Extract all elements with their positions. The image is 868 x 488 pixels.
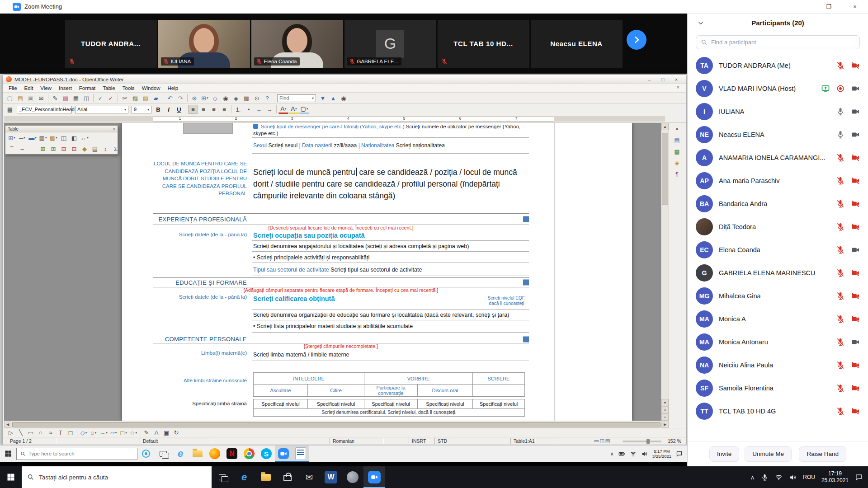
insert-mode-indicator[interactable]: INSRT xyxy=(409,438,429,444)
zoom-icon[interactable]: ⊙ xyxy=(252,94,262,103)
notification-icon[interactable] xyxy=(676,450,683,457)
paragraph-style-combo[interactable]: _ECV_PersonalInfoHead xyxy=(17,106,72,113)
numbered-list-button[interactable]: 1. xyxy=(233,105,243,114)
styles-icon[interactable]: ¶ xyxy=(675,171,679,178)
mic-icon[interactable] xyxy=(836,338,845,347)
camera-icon[interactable] xyxy=(851,153,860,162)
toolbar-icon[interactable] xyxy=(184,105,188,114)
camera-icon[interactable] xyxy=(851,199,860,208)
table-toolbar-palette[interactable]: Table × ⊞ ─ ▬ ▦ xyxy=(5,125,118,155)
task-view-button[interactable] xyxy=(155,446,172,462)
menu-view[interactable]: View xyxy=(37,84,55,92)
nationality-label[interactable]: Naționalitatea xyxy=(361,142,394,149)
menu-table[interactable]: Table xyxy=(99,84,119,92)
zoom-slider-thumb[interactable] xyxy=(646,439,650,444)
instruction-note[interactable]: [Adăugați câmpuri separate pentru fiecar… xyxy=(153,287,529,294)
document-close-button[interactable]: × xyxy=(672,84,684,90)
sector-label[interactable]: Tipul sau sectorul de activitate xyxy=(253,267,329,273)
toolbar-icon[interactable] xyxy=(161,94,165,103)
insert-row-icon[interactable]: ⊞ xyxy=(38,144,48,153)
zoom-app-icon[interactable] xyxy=(363,466,385,488)
cortana-button[interactable] xyxy=(137,446,155,462)
chrome-icon[interactable] xyxy=(241,446,258,462)
open-icon[interactable]: ▤ xyxy=(15,94,25,103)
spellcheck-icon[interactable]: ✓ xyxy=(95,94,105,103)
find-next-icon[interactable]: ▼ xyxy=(318,94,328,103)
camera-icon[interactable] xyxy=(851,268,860,277)
menu-file[interactable]: File xyxy=(5,84,21,92)
sidebar-toggle-icon[interactable]: ▪ xyxy=(676,126,678,132)
messenger-label[interactable]: Scrieți tipul de messenger pe care-l fol… xyxy=(261,124,404,129)
birthdate-value[interactable]: zz/ll/aaaa xyxy=(334,142,357,149)
clock[interactable]: 5:17 PM 3/25/2021 xyxy=(652,449,671,459)
merge-cells-icon[interactable]: ◫ xyxy=(59,133,69,142)
mic-icon[interactable] xyxy=(836,407,845,416)
auto-spellcheck-icon[interactable]: ✓ xyxy=(106,94,116,103)
zoom-slider[interactable] xyxy=(623,441,661,442)
delete-column-icon[interactable]: ⊟ xyxy=(69,144,79,153)
navigator-icon[interactable]: ◈ xyxy=(675,160,679,166)
participant-row[interactable]: A ANAMARIA IONELA CARAMANGI... xyxy=(688,146,868,169)
menu-edit[interactable]: Edit xyxy=(21,84,37,92)
decrease-indent-button[interactable]: ← xyxy=(254,105,264,114)
mic-icon[interactable] xyxy=(836,107,845,116)
minimize-button[interactable]: – xyxy=(789,0,816,14)
camera-icon[interactable] xyxy=(851,107,860,116)
openoffice-writer-icon[interactable] xyxy=(292,446,309,462)
styles-window-icon[interactable]: ▤ xyxy=(5,105,15,114)
birthdate-label[interactable]: Data nașterii xyxy=(302,142,332,149)
callout-icon[interactable]: ◻ xyxy=(66,428,75,437)
store-icon[interactable] xyxy=(277,466,298,488)
mic-icon[interactable] xyxy=(836,245,845,254)
ellipse-icon[interactable]: ○ xyxy=(36,428,46,437)
video-tile[interactable]: TCL TAB 10 HD... xyxy=(438,20,529,68)
start-button[interactable] xyxy=(0,446,16,462)
align-top-icon[interactable]: ¯ xyxy=(7,144,17,153)
specify-language-label[interactable]: Specificați limba străină xyxy=(153,399,252,409)
find-previous-icon[interactable]: ▲ xyxy=(328,94,338,103)
wifi-icon[interactable] xyxy=(775,474,783,481)
document-page[interactable]: Scrieți tipul de messenger pe care-l fol… xyxy=(122,123,632,421)
notification-icon[interactable] xyxy=(855,474,863,481)
edge-icon[interactable]: e xyxy=(172,446,189,462)
chevron-down-icon[interactable] xyxy=(698,20,704,26)
block-arrows-icon[interactable]: → xyxy=(99,428,108,437)
increase-indent-button[interactable]: → xyxy=(264,105,274,114)
email-icon[interactable]: ✉ xyxy=(36,94,46,103)
background-color-button[interactable]: ▢ xyxy=(299,105,309,114)
single-page-view-icon[interactable]: ▭ xyxy=(594,438,599,444)
mic-icon[interactable] xyxy=(836,199,845,208)
participant-search[interactable] xyxy=(696,35,860,49)
participant-row[interactable]: AP Ana-maria Paraschiv xyxy=(688,169,868,192)
align-bottom-icon[interactable]: _ xyxy=(28,144,38,153)
autoformat-icon[interactable]: ◆ xyxy=(80,144,90,153)
mic-icon[interactable] xyxy=(836,222,845,231)
camera-icon[interactable] xyxy=(851,130,860,139)
search-input[interactable] xyxy=(39,474,206,481)
scrollbar-thumb[interactable] xyxy=(12,422,660,427)
participant-row[interactable]: TT TCL TAB 10 HD 4G xyxy=(688,399,868,422)
toolbar-icon[interactable] xyxy=(186,94,189,103)
cut-icon[interactable]: ✂ xyxy=(120,94,130,103)
instruction-note[interactable]: [Ștergeți câmpurile necompletate.] xyxy=(153,343,529,350)
toolbar-icon[interactable] xyxy=(275,105,278,114)
bold-button[interactable]: B xyxy=(153,105,163,114)
draw-icon[interactable] xyxy=(138,428,142,437)
toolbar-icon[interactable] xyxy=(230,105,233,114)
mail-icon[interactable]: ✉ xyxy=(298,466,320,488)
line-color-icon[interactable]: ▬ xyxy=(28,133,38,142)
export-pdf-icon[interactable]: ▥ xyxy=(61,94,71,103)
camera-icon[interactable] xyxy=(851,361,860,370)
center-vertical-icon[interactable]: ‒ xyxy=(17,144,27,153)
video-tile[interactable]: IULIANA xyxy=(158,20,250,68)
edit-file-icon[interactable]: ✎ xyxy=(50,94,60,103)
clock[interactable]: 17:19 25.03.2021 xyxy=(821,470,849,484)
organisation-placeholder[interactable]: Scrieți denumirea organizației de educaț… xyxy=(252,310,529,320)
writer-titlebar[interactable]: MODEL-EUROPASS-1.doc - OpenOffice Writer… xyxy=(3,75,686,84)
search-input[interactable] xyxy=(28,451,133,456)
participant-row[interactable]: Diță Teodora xyxy=(688,215,868,238)
save-icon[interactable]: ▣ xyxy=(26,94,36,103)
clone-formatting-icon[interactable]: ▰ xyxy=(151,94,161,103)
search-input[interactable] xyxy=(711,39,855,46)
participant-row[interactable]: EC Elena Coanda xyxy=(688,238,868,261)
